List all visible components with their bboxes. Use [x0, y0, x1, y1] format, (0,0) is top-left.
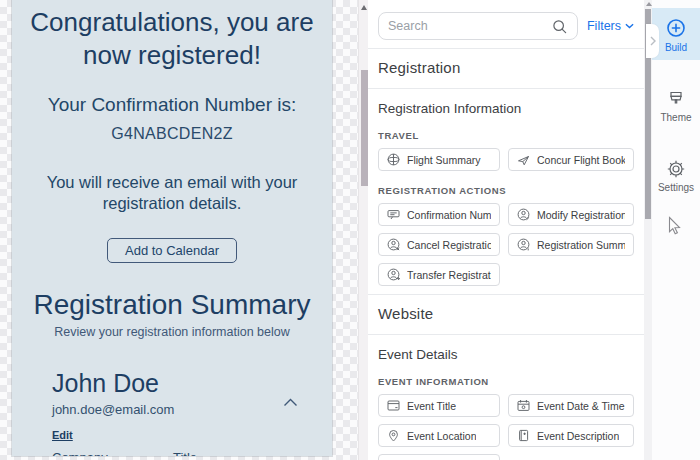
panel-collapse-chevron[interactable]	[646, 24, 659, 58]
filters-label: Filters	[587, 19, 621, 33]
company-label: Company	[52, 450, 173, 456]
confirmation-number-label: Your Confirmation Number is:	[12, 94, 332, 116]
widget-button-flight-summary[interactable]: Flight Summary	[378, 148, 500, 171]
subsection-title: Event Details	[378, 347, 634, 362]
widget-sections: RegistrationRegistration InformationTRAV…	[368, 48, 644, 447]
event-date-time-icon	[517, 399, 530, 412]
nav-label-build: Build	[665, 42, 687, 53]
widget-label: Event Description	[537, 430, 619, 442]
plus-circle-icon	[665, 17, 687, 39]
widget-button-transfer-registration[interactable]: Transfer Registration	[378, 263, 500, 286]
divider	[368, 88, 644, 89]
widget-grid: Confirmation NumberModify RegistrationCa…	[378, 203, 634, 286]
widget-label: Modify Registration	[537, 209, 625, 221]
divider	[368, 334, 644, 335]
widget-grid: Flight SummaryConcur Flight Booking	[378, 148, 634, 171]
widget-button-cutoff[interactable]	[378, 454, 500, 460]
filters-button[interactable]: Filters	[587, 19, 634, 33]
paintbrush-icon	[666, 89, 686, 109]
flight-summary-icon	[387, 153, 400, 166]
widget-button-registration-summary[interactable]: Registration Summary	[508, 233, 634, 256]
group-label: EVENT INFORMATION	[378, 376, 634, 387]
search-input[interactable]	[388, 19, 551, 33]
chevron-down-icon	[625, 23, 634, 29]
group-label: TRAVEL	[378, 130, 634, 141]
transparency-checkerboard: Congratulations, you are now registered!…	[0, 0, 358, 460]
widget-button-confirmation-number[interactable]: Confirmation Number	[378, 203, 500, 226]
side-nav-rail: Build Theme Settings	[652, 0, 700, 460]
scroll-up-arrow-icon[interactable]	[361, 5, 367, 10]
add-to-calendar-button[interactable]: Add to Calendar	[107, 238, 237, 263]
widget-grid: Event TitleEvent Date & TimeEvent Locati…	[378, 394, 634, 447]
concur-flight-booking-icon	[517, 153, 530, 166]
widget-panel: Filters RegistrationRegistration Informa…	[368, 0, 644, 460]
search-row: Filters	[378, 12, 634, 40]
nav-item-theme[interactable]: Theme	[652, 80, 700, 130]
registrant-field-labels: Company Title	[52, 450, 304, 456]
widget-button-modify-registration[interactable]: Modify Registration	[508, 203, 634, 226]
event-location-icon	[387, 429, 400, 442]
registration-summary-subtitle: Review your registration information bel…	[12, 325, 332, 339]
preview-scrollbar-thumb[interactable]	[361, 70, 368, 186]
panel-scrollbar[interactable]	[644, 0, 652, 460]
widget-label: Event Date & Time	[537, 400, 625, 412]
widget-button-cancel-registration[interactable]: Cancel Registration	[378, 233, 500, 256]
nav-item-build[interactable]: Build	[652, 8, 700, 60]
gear-icon	[666, 159, 686, 179]
divider	[368, 294, 644, 295]
section-title: Website	[378, 305, 634, 322]
registrant-name: John Doe	[52, 369, 304, 398]
group-label: REGISTRATION ACTIONS	[378, 185, 634, 196]
registrant-email: john.doe@email.com	[52, 402, 304, 417]
widget-label: Confirmation Number	[407, 209, 491, 221]
section-title: Registration	[378, 59, 634, 76]
collapse-chevron-up-icon[interactable]	[283, 393, 298, 411]
cancel-registration-icon	[387, 238, 400, 251]
search-icon	[551, 18, 568, 35]
confirmation-number-icon	[387, 208, 400, 221]
preview-scrollbar[interactable]	[358, 0, 368, 460]
page-builder-app: Congratulations, you are now registered!…	[0, 0, 700, 460]
nav-label-settings: Settings	[658, 182, 694, 193]
widget-button-event-title[interactable]: Event Title	[378, 394, 500, 417]
widget-button-concur-flight-booking[interactable]: Concur Flight Booking	[508, 148, 634, 171]
registration-summary-heading: Registration Summary	[12, 289, 332, 321]
widget-label: Cancel Registration	[407, 239, 491, 251]
widget-button-event-location[interactable]: Event Location	[378, 424, 500, 447]
event-title-icon	[387, 399, 400, 412]
subsection-title: Registration Information	[378, 101, 634, 116]
event-description-icon	[517, 429, 530, 442]
transfer-registration-icon	[387, 268, 400, 281]
widget-label: Flight Summary	[407, 154, 481, 166]
confirmation-page-preview[interactable]: Congratulations, you are now registered!…	[12, 0, 332, 456]
widget-label: Concur Flight Booking	[537, 154, 625, 166]
divider	[368, 48, 644, 49]
widget-label: Event Title	[407, 400, 456, 412]
widget-label: Registration Summary	[537, 239, 625, 251]
widget-label: Event Location	[407, 430, 476, 442]
widget-label: Transfer Registration	[407, 269, 491, 281]
edit-link[interactable]: Edit	[52, 429, 73, 441]
registrant-block: John Doe john.doe@email.com Edit Company…	[12, 369, 332, 456]
modify-registration-icon	[517, 208, 530, 221]
nav-item-settings[interactable]: Settings	[652, 150, 700, 200]
confirmation-number-value: G4NABCDEN2Z	[12, 125, 332, 143]
congratulations-heading: Congratulations, you are now registered!	[12, 6, 332, 72]
registration-summary-icon	[517, 238, 530, 251]
widget-button-event-description[interactable]: Event Description	[508, 424, 634, 447]
scroll-up-arrow-icon[interactable]	[646, 2, 652, 6]
search-box[interactable]	[378, 12, 578, 40]
widget-button-event-date-time[interactable]: Event Date & Time	[508, 394, 634, 417]
title-label: Title	[173, 450, 197, 456]
email-note-text: You will receive an email with your regi…	[12, 172, 332, 214]
nav-label-theme: Theme	[660, 112, 691, 123]
